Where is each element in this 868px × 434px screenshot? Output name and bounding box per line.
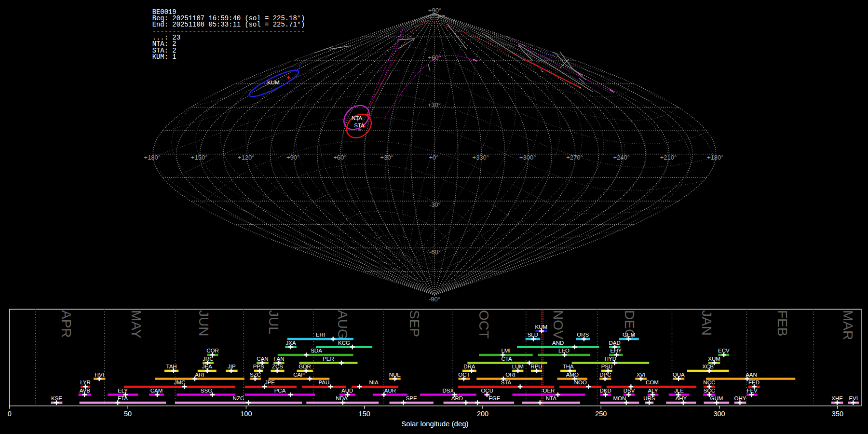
svg-text:AUD: AUD (341, 388, 353, 393)
svg-text:JRC: JRC (203, 356, 213, 362)
svg-text:-90°: -90° (429, 296, 440, 303)
svg-text:+90°: +90° (286, 154, 299, 161)
svg-text:FEV: FEV (746, 388, 758, 393)
svg-text:AUG: AUG (335, 310, 350, 339)
svg-text:APR: APR (59, 310, 74, 338)
svg-text:+30°: +30° (380, 154, 393, 161)
svg-text:DPC: DPC (599, 372, 611, 378)
svg-text:EGE: EGE (488, 395, 501, 401)
svg-text:NUE: NUE (389, 372, 401, 378)
svg-text:LUM: LUM (512, 364, 524, 369)
svg-text:LEO: LEO (558, 348, 570, 353)
svg-text:+270°: +270° (566, 154, 583, 161)
svg-text:KUM: KUM (267, 80, 280, 85)
svg-text:+210°: +210° (660, 154, 677, 161)
svg-text:SPE: SPE (406, 395, 417, 401)
svg-text:FED: FED (748, 380, 760, 385)
svg-text:JIP: JIP (228, 364, 236, 369)
svg-text:AND: AND (552, 340, 564, 346)
svg-text:NDA: NDA (336, 395, 348, 401)
svg-text:URS: URS (643, 395, 655, 401)
svg-text:200: 200 (477, 410, 488, 418)
svg-text:DSV: DSV (624, 388, 635, 393)
svg-text:JUN: JUN (196, 310, 211, 336)
svg-text:GUM: GUM (710, 395, 723, 401)
svg-text:PER: PER (323, 356, 334, 362)
svg-text:DAD: DAD (609, 340, 621, 346)
svg-text:PAU: PAU (318, 380, 329, 385)
svg-text:PCA: PCA (274, 388, 286, 393)
svg-text:ELY: ELY (118, 388, 128, 393)
svg-text:ARD: ARD (451, 395, 463, 401)
svg-text:COR: COR (206, 348, 219, 353)
svg-text:300: 300 (713, 410, 725, 418)
svg-text:XVI: XVI (637, 372, 646, 378)
svg-text:NTA: NTA (352, 115, 362, 121)
svg-text:350: 350 (832, 410, 843, 418)
svg-text:GDR: GDR (298, 364, 311, 369)
svg-text:OER: OER (542, 388, 555, 393)
svg-text:HYD: HYD (605, 356, 616, 362)
svg-text:XUM: XUM (708, 356, 720, 362)
svg-text:OHY: OHY (734, 395, 746, 401)
svg-text:PSU: PSU (601, 364, 613, 369)
svg-text:ALY: ALY (648, 388, 658, 393)
svg-text:XHE: XHE (831, 395, 843, 401)
svg-text:AUR: AUR (384, 388, 396, 393)
svg-text:STA: STA (501, 380, 512, 385)
svg-text:ORS: ORS (577, 332, 589, 338)
svg-text:OCT: OCT (476, 310, 491, 339)
svg-text:KSE: KSE (51, 395, 62, 401)
svg-text:THA: THA (563, 364, 574, 369)
svg-text:+240°: +240° (613, 154, 629, 161)
svg-text:JLE: JLE (674, 388, 684, 393)
svg-text:SDA: SDA (311, 348, 322, 353)
svg-text:RPU: RPU (530, 364, 542, 369)
svg-text:SZC: SZC (250, 372, 261, 378)
svg-text:+0°: +0° (429, 154, 438, 161)
svg-text:NCC: NCC (703, 380, 715, 385)
svg-text:+120°: +120° (238, 154, 254, 161)
svg-text:COM: COM (646, 380, 659, 385)
svg-text:+180°: +180° (144, 154, 161, 161)
svg-text:OCT: OCT (458, 372, 470, 378)
svg-text:PPS: PPS (253, 364, 264, 369)
svg-text:-60°: -60° (429, 248, 441, 256)
svg-text:SCC: SCC (704, 388, 715, 393)
svg-text:MAY: MAY (129, 310, 144, 339)
svg-text:JEA: JEA (202, 364, 212, 369)
svg-text:+30°: +30° (428, 101, 441, 108)
svg-text:KUM: 1: KUM: 1 (152, 53, 176, 61)
svg-text:ERI: ERI (316, 332, 325, 338)
svg-text:0: 0 (8, 410, 12, 418)
svg-text:+330°: +330° (473, 154, 489, 161)
svg-text:LYR: LYR (80, 380, 91, 385)
svg-text:NZC: NZC (233, 395, 244, 401)
svg-text:FAN: FAN (273, 356, 284, 362)
svg-text:AHY: AHY (676, 395, 687, 401)
svg-text:+90°: +90° (428, 7, 441, 14)
svg-text:-30°: -30° (429, 201, 441, 208)
svg-text:CTA: CTA (501, 356, 512, 362)
svg-text:NIA: NIA (369, 380, 379, 385)
svg-text:+150°: +150° (191, 154, 207, 161)
svg-text:Solar longitude (deg): Solar longitude (deg) (401, 420, 468, 428)
svg-text:+60°: +60° (428, 54, 441, 61)
svg-text:OCU: OCU (481, 388, 493, 393)
svg-text:SSG: SSG (201, 388, 212, 393)
svg-text:+300°: +300° (519, 154, 536, 161)
svg-text:NOO: NOO (574, 380, 587, 385)
svg-text:ZCS: ZCS (272, 364, 283, 369)
svg-text:FTA: FTA (118, 395, 128, 401)
svg-text:NTA: NTA (546, 395, 556, 401)
svg-text:MAR: MAR (841, 310, 855, 340)
svg-text:50: 50 (124, 410, 132, 418)
svg-text:+60°: +60° (333, 154, 346, 161)
svg-text:JAN: JAN (699, 310, 714, 336)
svg-text:KCG: KCG (338, 340, 350, 346)
svg-text:100: 100 (240, 410, 252, 418)
svg-text:HVI: HVI (95, 372, 104, 378)
svg-text:JUL: JUL (266, 310, 281, 334)
svg-text:CAP: CAP (293, 372, 305, 378)
svg-text:JMC: JMC (174, 380, 186, 385)
